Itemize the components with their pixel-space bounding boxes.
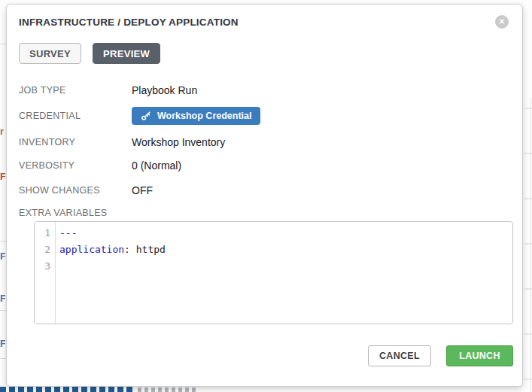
- tab-bar: SURVEY PREVIEW: [19, 43, 513, 64]
- background-clipped-text: [0, 387, 134, 392]
- deploy-application-modal: INFRASTRUCTURE / DEPLOY APPLICATION ✕ SU…: [6, 4, 523, 387]
- inventory-label: INVENTORY: [19, 137, 132, 147]
- background-line: [0, 241, 6, 242]
- background-text-fragment: F: [0, 251, 5, 262]
- credential-chip-label: Workshop Credential: [157, 111, 251, 121]
- show-changes-label: SHOW CHANGES: [19, 185, 132, 196]
- job-details: JOB TYPE Playbook Run CREDENTIAL: [19, 84, 513, 197]
- detail-row-show-changes: SHOW CHANGES OFF: [19, 184, 513, 197]
- extra-variables-editor[interactable]: 1 2 3 --- application: httpd: [34, 221, 513, 324]
- extra-variables-label: EXTRA VARIABLES: [19, 208, 513, 218]
- credential-label: CREDENTIAL: [19, 111, 132, 121]
- line-number: 1: [35, 225, 55, 242]
- modal-footer: CANCEL LAUNCH: [19, 345, 513, 366]
- code-line[interactable]: application: httpd: [59, 242, 512, 258]
- key-icon: [141, 111, 151, 121]
- editor-code-area[interactable]: --- application: httpd: [56, 222, 512, 324]
- line-number: 2: [35, 242, 55, 258]
- tab-preview[interactable]: PREVIEW: [93, 43, 160, 64]
- detail-row-inventory: INVENTORY Workshop Inventory: [19, 135, 513, 149]
- background-text-fragment: F: [0, 172, 5, 182]
- code-line[interactable]: ---: [59, 225, 512, 242]
- show-changes-value: OFF: [132, 184, 153, 196]
- screen: r F F F F INFRASTRUCTURE / DEPLOY APPLIC…: [0, 0, 532, 392]
- cancel-button[interactable]: CANCEL: [368, 345, 431, 366]
- modal-header: INFRASTRUCTURE / DEPLOY APPLICATION ✕: [19, 17, 513, 29]
- editor-line-numbers: 1 2 3: [35, 222, 56, 324]
- credential-value: Workshop Credential: [132, 107, 260, 125]
- background-line: [0, 358, 6, 359]
- background-text-fragment: F: [0, 339, 5, 349]
- background-line: [0, 44, 6, 44]
- background-line: [530, 98, 531, 392]
- detail-row-credential: CREDENTIAL: [19, 107, 513, 125]
- credential-chip[interactable]: Workshop Credential: [132, 107, 260, 125]
- job-type-value: Playbook Run: [132, 84, 197, 96]
- job-type-label: JOB TYPE: [19, 85, 132, 96]
- verbosity-label: VERBOSITY: [19, 160, 132, 171]
- detail-row-verbosity: VERBOSITY 0 (Normal): [19, 159, 513, 172]
- background-clipped-text: [138, 387, 198, 392]
- detail-row-job-type: JOB TYPE Playbook Run: [19, 84, 513, 97]
- launch-button[interactable]: LAUNCH: [446, 345, 513, 366]
- modal-title: INFRASTRUCTURE / DEPLOY APPLICATION: [19, 17, 239, 29]
- background-text-fragment: r: [0, 126, 5, 137]
- inventory-value: Workshop Inventory: [132, 136, 225, 148]
- background-text-fragment: F: [0, 293, 5, 304]
- close-icon[interactable]: ✕: [495, 15, 509, 29]
- line-number: 3: [35, 258, 55, 275]
- verbosity-value: 0 (Normal): [132, 160, 181, 172]
- background-line: [0, 310, 6, 311]
- tab-survey[interactable]: SURVEY: [19, 43, 81, 64]
